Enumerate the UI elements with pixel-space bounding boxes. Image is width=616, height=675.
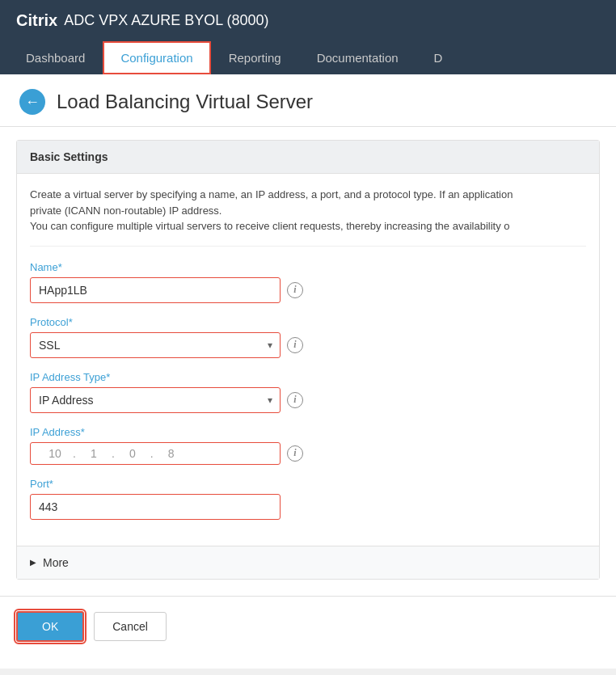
name-input[interactable] — [30, 277, 281, 303]
port-input[interactable] — [30, 494, 281, 520]
tab-dashboard[interactable]: Dashboard — [8, 41, 103, 74]
name-row: i — [30, 277, 586, 303]
form-container: Basic Settings Create a virtual server b… — [0, 140, 616, 596]
ip-octet-3[interactable] — [116, 447, 149, 460]
more-arrow-icon: ▶ — [30, 558, 36, 567]
page-title: Load Balancing Virtual Server — [57, 91, 313, 113]
ip-address-type-field: IP Address Type* IP Address Non Addressa… — [30, 371, 586, 413]
ip-address-row: . . . i — [30, 442, 586, 465]
ip-octet-1[interactable] — [39, 447, 71, 460]
action-buttons: OK Cancel — [0, 596, 616, 656]
brand-citrix: Citrix — [16, 11, 57, 30]
more-section[interactable]: ▶ More — [17, 546, 599, 579]
ok-button[interactable]: OK — [16, 611, 84, 642]
ip-octet-2[interactable] — [78, 447, 110, 460]
ip-address-type-select[interactable]: IP Address Non Addressable Wildcard — [30, 387, 281, 413]
protocol-field: Protocol* SSL HTTP HTTPS TCP UDP ▾ — [30, 316, 586, 358]
section-body: Create a virtual server by specifying a … — [17, 174, 599, 546]
tab-reporting[interactable]: Reporting — [211, 41, 299, 74]
description-text: Create a virtual server by specifying a … — [30, 187, 586, 247]
ip-type-select-wrapper: IP Address Non Addressable Wildcard ▾ — [30, 387, 281, 413]
ip-address-info-icon[interactable]: i — [287, 445, 303, 462]
section-title: Basic Settings — [17, 141, 599, 174]
protocol-info-icon[interactable]: i — [287, 337, 303, 353]
protocol-row: SSL HTTP HTTPS TCP UDP ▾ i — [30, 332, 586, 358]
ip-address-type-label: IP Address Type* — [30, 371, 586, 383]
brand-rest: ADC VPX AZURE BYOL (8000) — [64, 12, 268, 29]
port-row — [30, 494, 586, 520]
protocol-select[interactable]: SSL HTTP HTTPS TCP UDP — [30, 332, 281, 358]
cancel-button[interactable]: Cancel — [94, 612, 167, 641]
page-content: ← Load Balancing Virtual Server Basic Se… — [0, 74, 616, 669]
ip-dot-2: . — [110, 447, 116, 460]
page-title-area: ← Load Balancing Virtual Server — [0, 74, 616, 127]
app-header: Citrix ADC VPX AZURE BYOL (8000) — [0, 0, 616, 41]
tab-more[interactable]: D — [416, 41, 461, 74]
more-label: More — [43, 556, 69, 569]
ip-field-wrapper: . . . — [30, 442, 281, 465]
port-label: Port* — [30, 478, 586, 490]
ip-dot-3: . — [149, 447, 155, 460]
name-field: Name* i — [30, 261, 586, 303]
nav-tabs: Dashboard Configuration Reporting Docume… — [0, 41, 616, 74]
back-button[interactable]: ← — [19, 89, 45, 115]
ip-type-info-icon[interactable]: i — [287, 392, 303, 408]
name-label: Name* — [30, 261, 586, 273]
ip-address-type-row: IP Address Non Addressable Wildcard ▾ i — [30, 387, 586, 413]
port-field: Port* — [30, 478, 586, 520]
tab-documentation[interactable]: Documentation — [299, 41, 416, 74]
ip-address-label: IP Address* — [30, 426, 586, 438]
basic-settings-card: Basic Settings Create a virtual server b… — [16, 140, 600, 580]
name-info-icon[interactable]: i — [287, 282, 303, 298]
ip-octet-4[interactable] — [155, 447, 188, 460]
protocol-select-wrapper: SSL HTTP HTTPS TCP UDP ▾ — [30, 332, 281, 358]
tab-configuration[interactable]: Configuration — [103, 41, 210, 74]
ip-dot-1: . — [71, 447, 78, 460]
protocol-label: Protocol* — [30, 316, 586, 328]
ip-address-field: IP Address* . . . i — [30, 426, 586, 465]
